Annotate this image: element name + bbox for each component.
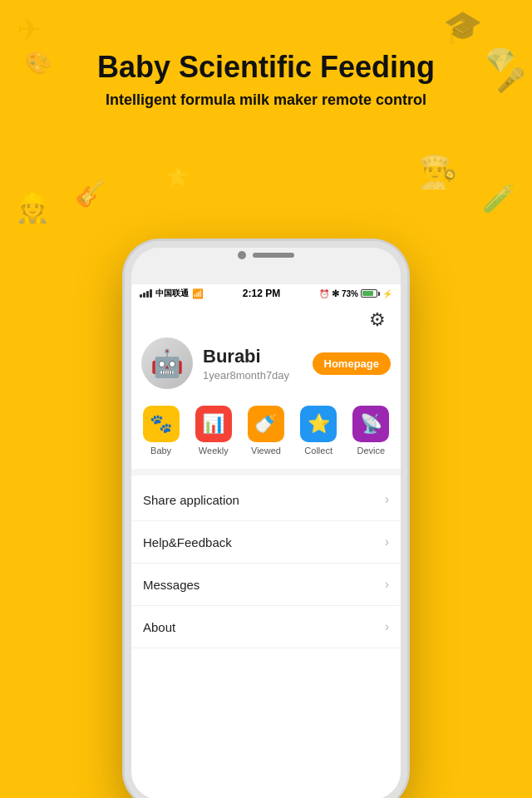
profile-info: Burabi 1year8month7day — [203, 346, 313, 382]
speaker — [253, 253, 294, 258]
about-label: About — [143, 620, 175, 634]
status-right: ⏰ ✻ 73% ⚡ — [319, 288, 392, 299]
collect-icon: ⭐ — [308, 413, 330, 435]
device-icon-box: 📡 — [352, 406, 389, 442]
deco-icon-guitar: 🎸 — [75, 179, 106, 208]
help-chevron-icon: › — [385, 534, 389, 549]
battery-percent: 73% — [342, 289, 358, 298]
baby-label: Baby — [150, 446, 171, 456]
section-divider — [131, 469, 401, 475]
profile-name: Burabi — [203, 346, 313, 367]
deco-icon-flask: 🧪 — [482, 183, 515, 214]
screen-header: ⚙ — [131, 303, 401, 334]
about-chevron-icon: › — [385, 619, 389, 634]
deco-icon-star: ⭐ — [166, 166, 189, 188]
menu-item-about[interactable]: About › — [131, 606, 401, 648]
phone-frame: 中国联通 📶 2:12 PM ⏰ ✻ 73% ⚡ ⚙ — [125, 241, 407, 798]
weekly-icon-box: 📊 — [195, 406, 232, 442]
deco-icon-chef: 👨‍🍳 — [418, 154, 457, 190]
nav-item-viewed[interactable]: 🍼 Viewed — [248, 406, 284, 456]
device-icon: 📡 — [360, 413, 382, 435]
settings-button[interactable]: ⚙ — [369, 309, 391, 331]
deco-icon-grad: 🎓 — [443, 8, 482, 45]
viewed-label: Viewed — [251, 446, 281, 456]
nav-item-baby[interactable]: 🐾 Baby — [143, 406, 180, 456]
collect-icon-box: ⭐ — [300, 406, 337, 442]
baby-icon: 🐾 — [150, 413, 172, 435]
nav-item-device[interactable]: 📡 Device — [352, 406, 389, 456]
help-label: Help&Feedback — [143, 535, 232, 549]
share-label: Share application — [143, 493, 239, 507]
menu-item-share[interactable]: Share application › — [131, 479, 401, 521]
avatar: 🤖 — [141, 337, 193, 389]
status-time: 2:12 PM — [243, 288, 280, 299]
menu-item-messages[interactable]: Messages › — [131, 564, 401, 606]
wifi-icon: 📶 — [192, 288, 204, 299]
weekly-label: Weekly — [199, 446, 229, 456]
battery-tip — [378, 292, 380, 296]
avatar-image: 🤖 — [141, 337, 193, 389]
nav-icons-row: 🐾 Baby 📊 Weekly 🍼 Viewed ⭐ Col — [131, 399, 401, 466]
menu-list: Share application › Help&Feedback › Mess… — [131, 479, 401, 648]
weekly-icon: 📊 — [202, 413, 224, 435]
charging-icon: ⚡ — [382, 289, 392, 298]
nav-item-collect[interactable]: ⭐ Collect — [300, 406, 337, 456]
header-section: Baby Scientific Feeding Intelligent form… — [0, 50, 532, 109]
battery-fill — [362, 291, 373, 296]
viewed-icon-box: 🍼 — [248, 406, 284, 442]
signal-bar-2 — [143, 293, 145, 298]
battery-body — [361, 289, 377, 298]
carrier-text: 中国联通 — [155, 288, 189, 299]
messages-chevron-icon: › — [385, 577, 389, 592]
main-subtitle: Intelligent formula milk maker remote co… — [0, 91, 532, 109]
status-left: 中国联通 📶 — [140, 288, 204, 299]
deco-icon-hat: 👷 — [15, 191, 50, 224]
share-chevron-icon: › — [385, 492, 389, 507]
status-bar: 中国联通 📶 2:12 PM ⏰ ✻ 73% ⚡ — [131, 284, 401, 303]
signal-bar-4 — [150, 289, 152, 298]
bluetooth-icon: ✻ — [332, 288, 339, 299]
phone-notch — [238, 251, 294, 259]
main-title: Baby Scientific Feeding — [0, 50, 532, 85]
phone-screen: 中国联通 📶 2:12 PM ⏰ ✻ 73% ⚡ ⚙ — [131, 284, 401, 798]
signal-bar-1 — [140, 294, 142, 298]
profile-section: 🤖 Burabi 1year8month7day Homepage — [131, 334, 401, 399]
profile-age: 1year8month7day — [203, 369, 313, 382]
battery-indicator — [361, 289, 380, 298]
signal-bar-3 — [146, 291, 149, 298]
signal-bars — [140, 289, 152, 298]
homepage-button[interactable]: Homepage — [313, 352, 391, 375]
collect-label: Collect — [304, 446, 332, 456]
viewed-icon: 🍼 — [254, 413, 277, 435]
menu-item-help[interactable]: Help&Feedback › — [131, 521, 401, 564]
baby-icon-box: 🐾 — [143, 406, 180, 442]
nav-item-weekly[interactable]: 📊 Weekly — [195, 406, 232, 456]
device-label: Device — [357, 446, 386, 456]
front-camera — [238, 251, 246, 259]
alarm-icon: ⏰ — [319, 289, 329, 298]
deco-icon-plane: ✈ — [17, 12, 42, 47]
messages-label: Messages — [143, 578, 200, 592]
